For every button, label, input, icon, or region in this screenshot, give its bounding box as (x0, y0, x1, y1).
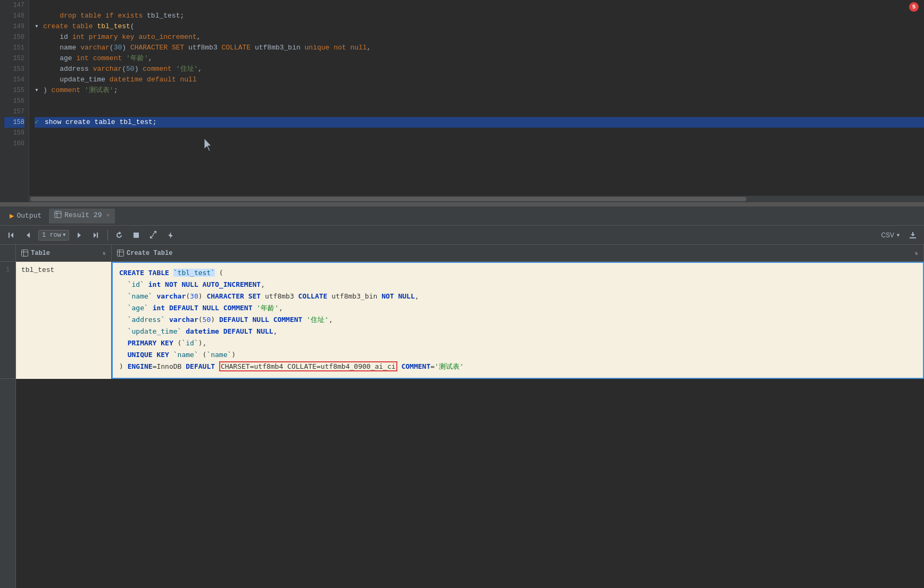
code-line-153: address varchar(50) comment '住址', (35, 64, 924, 74)
code-line-158[interactable]: ✓ show create table tbl_test; (35, 117, 924, 128)
line-158: 158 (4, 117, 24, 128)
csv-chevron: ▼ (896, 233, 901, 238)
bottom-panel: ▶ Output Result 29 × 1 row ▼ (0, 206, 924, 588)
svg-rect-7 (118, 250, 124, 256)
first-page-button[interactable] (4, 229, 18, 241)
gutter-155: ▾ (35, 85, 43, 96)
row-num-header (0, 245, 15, 262)
line-150: 150 (4, 32, 24, 43)
table-col-icon (21, 250, 28, 256)
last-page-button[interactable] (89, 229, 103, 241)
code-line-155: ▾ ) comment '测试表'; (35, 85, 924, 96)
line-154: 154 (4, 74, 24, 85)
th-create-table-label: Create Table (127, 250, 172, 257)
code-line-157 (35, 106, 924, 117)
row-count-chevron: ▼ (63, 233, 65, 238)
code-lines[interactable]: drop table if exists tbl_test; ▾ create … (29, 0, 924, 202)
td-table-name[interactable]: tbl_test (16, 262, 112, 379)
expand-button[interactable] (146, 229, 160, 241)
code-line-150: id int primary key auto_increment, (35, 32, 924, 43)
line-157: 157 (4, 106, 24, 117)
code-editor[interactable]: 147 148 149 150 151 152 153 154 155 156 … (0, 0, 924, 202)
line-155: 155 (4, 85, 24, 96)
th-create-table[interactable]: Create Table ⇅ (112, 245, 924, 261)
table-name-value: tbl_test (21, 266, 54, 274)
line-160: 160 (4, 138, 24, 149)
code-line-149: ▾ create table tbl_test( (35, 21, 924, 32)
next-page-button[interactable] (72, 229, 86, 241)
results-table: 1 Table ⇅ (0, 245, 924, 588)
th-table-label: Table (31, 250, 50, 257)
line-152: 152 (4, 53, 24, 64)
td-create-table[interactable]: CREATE TABLE `tbl_test` ( `id` int NOT N… (112, 262, 924, 379)
row-count-label: 1 row (42, 231, 61, 239)
tab-output[interactable]: ▶ Output (4, 209, 47, 222)
results-toolbar: 1 row ▼ (0, 226, 924, 245)
row-number-column: 1 (0, 245, 16, 588)
code-line-154: update_time datetime default null (35, 74, 924, 85)
prev-page-button[interactable] (21, 229, 35, 241)
tab-bar: ▶ Output Result 29 × (0, 206, 924, 226)
code-line-160 (35, 138, 924, 149)
line-numbers: 147 148 149 150 151 152 153 154 155 156 … (0, 0, 29, 202)
csv-export-button[interactable]: CSV ▼ (878, 230, 904, 241)
error-badge: 5 (909, 2, 919, 12)
line-151: 151 (4, 43, 24, 53)
result-table-icon (54, 211, 62, 220)
selected-code: show create table tbl_test; (44, 117, 157, 128)
row-count-selector[interactable]: 1 row ▼ (38, 230, 69, 241)
editor-scrollbar[interactable] (29, 196, 924, 202)
csv-label: CSV (881, 231, 894, 239)
svg-rect-0 (55, 211, 61, 218)
th-table[interactable]: Table ⇅ (16, 245, 112, 261)
line-153: 153 (4, 64, 24, 74)
tab-result29[interactable]: Result 29 × (49, 209, 115, 223)
code-line-151: name varchar(30) CHARACTER SET utf8mb3 C… (35, 43, 924, 53)
code-line-147 (35, 0, 924, 11)
download-button[interactable] (906, 229, 920, 241)
output-icon: ▶ (10, 211, 14, 220)
row-num-1: 1 (0, 262, 15, 379)
code-line-156 (35, 96, 924, 106)
gutter-149: ▾ (35, 21, 43, 32)
tab-close-result29[interactable]: × (106, 212, 110, 219)
create-col-icon (117, 250, 124, 256)
stop-button[interactable] (129, 229, 143, 241)
panel-divider[interactable] (0, 202, 924, 206)
pin-button[interactable] (163, 229, 177, 241)
line-156: 156 (4, 96, 24, 106)
code-line-148: drop table if exists tbl_test; (35, 11, 924, 21)
svg-rect-3 (134, 233, 139, 238)
line-148: 148 (4, 11, 24, 21)
line-149: 149 (4, 21, 24, 32)
th-create-sort[interactable]: ⇅ (915, 250, 918, 256)
table-header-row: Table ⇅ Create Table ⇅ (16, 245, 924, 262)
create-table-code: CREATE TABLE `tbl_test` ( `id` int NOT N… (119, 267, 917, 372)
toolbar-sep-1 (107, 230, 108, 241)
line-159: 159 (4, 128, 24, 138)
refresh-button[interactable] (112, 229, 126, 241)
green-tick-158: ✓ (35, 117, 43, 128)
editor-scrollbar-thumb[interactable] (30, 197, 746, 201)
code-line-152: age int comment '年龄', (35, 53, 924, 64)
svg-rect-4 (22, 250, 28, 256)
data-table: Table ⇅ Create Table ⇅ tbl_test (16, 245, 924, 588)
table-body: tbl_test CREATE TABLE `tbl_test` ( `id` … (16, 262, 924, 588)
line-147: 147 (4, 0, 24, 11)
th-table-sort[interactable]: ⇅ (103, 250, 106, 256)
tab-output-label: Output (16, 212, 41, 220)
tab-result29-label: Result 29 (64, 211, 102, 219)
code-line-159 (35, 128, 924, 138)
